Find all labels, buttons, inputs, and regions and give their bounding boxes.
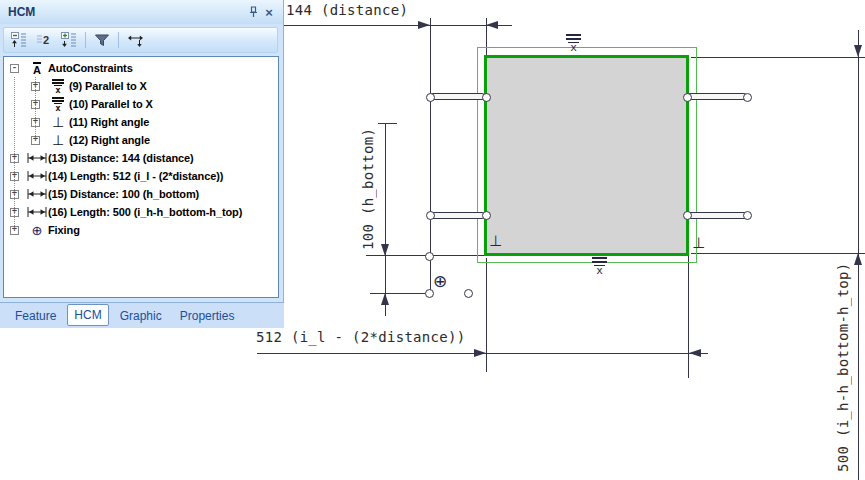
arrow-icon xyxy=(689,349,701,357)
panel-titlebar: HCM × xyxy=(0,0,283,24)
sketch-point[interactable] xyxy=(743,93,752,102)
toolbar-separator xyxy=(118,32,119,48)
extension-line-baseline xyxy=(370,293,425,294)
extension-line-square-left-bottom xyxy=(486,258,487,372)
sketch-point[interactable] xyxy=(482,93,491,102)
sketch-point[interactable] xyxy=(425,252,434,261)
toolbar-separator xyxy=(85,32,86,48)
tree-connector xyxy=(14,77,15,230)
arrow-icon xyxy=(854,45,862,57)
dimension-icon xyxy=(27,153,47,163)
fixing-anchor-marker[interactable]: ⊕ xyxy=(433,273,447,290)
close-icon[interactable]: × xyxy=(261,4,277,20)
tree-item-length-16[interactable]: + (16) Length: 500 (i_h-h_bottom-h_top) xyxy=(4,203,278,221)
dimension-text-bottom[interactable]: 512 (i_l - (2*distance)) xyxy=(256,329,466,345)
sketch-point[interactable] xyxy=(683,93,692,102)
tab-feature[interactable]: Feature xyxy=(8,306,63,326)
dimension-icon xyxy=(27,171,47,181)
application-window: x x ⊥ ⊥ ⊕ 144 (distance) 512 (i_l - (2*d… xyxy=(0,0,865,480)
dimension-text-top[interactable]: 144 (distance) xyxy=(286,2,408,18)
right-angle-marker[interactable]: ⊥ xyxy=(489,234,502,249)
tree-item-fixing[interactable]: + Fixing xyxy=(4,221,278,239)
arrow-icon xyxy=(418,21,430,29)
expand-all-button[interactable] xyxy=(58,30,80,50)
tab-graphic[interactable]: Graphic xyxy=(113,306,169,326)
sketch-point[interactable] xyxy=(426,93,435,102)
tree-item-right-angle-12[interactable]: + (12) Right angle xyxy=(4,131,278,149)
dimension-icon xyxy=(27,189,47,199)
tab-properties[interactable]: Properties xyxy=(173,306,242,326)
parallel-to-x-icon xyxy=(52,79,64,94)
tree-expand-toggle[interactable]: - xyxy=(10,64,19,73)
right-angle-icon xyxy=(52,131,64,149)
right-angle-marker[interactable]: ⊥ xyxy=(692,236,705,251)
sketch-point[interactable] xyxy=(482,211,491,220)
expand-to-level-2-button[interactable]: 2 xyxy=(33,30,55,50)
sketch-square[interactable] xyxy=(484,55,689,256)
tree-item-parallel-10[interactable]: + (10) Parallel to X xyxy=(4,95,278,113)
parallel-to-x-icon xyxy=(52,97,64,112)
connector-rod[interactable] xyxy=(430,212,485,219)
collapse-all-button[interactable] xyxy=(8,30,30,50)
tree-item-distance-13[interactable]: + (13) Distance: 144 (distance) xyxy=(4,149,278,167)
tree-connector xyxy=(35,77,36,140)
panel-tab-bar: Feature HCM Graphic Properties xyxy=(0,302,284,328)
dimension-text-left[interactable]: 100 (h_bottom) xyxy=(360,122,376,250)
pin-icon[interactable] xyxy=(245,4,261,20)
arrow-icon xyxy=(474,349,486,357)
extension-line-bottom-right xyxy=(691,253,865,254)
extension-line-top-right xyxy=(691,57,865,58)
tree-item-autoconstraints[interactable]: - AutoConstraints xyxy=(4,59,278,77)
parallel-to-x-marker[interactable]: x xyxy=(566,34,581,53)
sketch-point[interactable] xyxy=(683,211,692,220)
sketch-point[interactable] xyxy=(426,211,435,220)
dim-left-top-tick xyxy=(378,123,397,124)
constraint-tree: - AutoConstraints + (9) Parallel to X + … xyxy=(3,56,279,298)
connector-rod[interactable] xyxy=(687,212,747,219)
fixing-icon xyxy=(32,221,43,239)
sketch-point[interactable] xyxy=(743,211,752,220)
panel-title: HCM xyxy=(8,5,245,19)
parallel-to-x-marker[interactable]: x xyxy=(592,257,607,276)
arrow-icon xyxy=(381,293,389,305)
tree-item-distance-15[interactable]: + (15) Distance: 100 (h_bottom) xyxy=(4,185,278,203)
right-angle-icon xyxy=(52,113,64,131)
connector-rod[interactable] xyxy=(430,93,485,100)
autoconstraints-icon xyxy=(33,62,41,75)
dimension-text-right[interactable]: 500 (i_h-h_bottom-h_top) xyxy=(835,260,851,472)
panel-toolbar: 2 xyxy=(3,27,278,53)
tree-item-parallel-9[interactable]: + (9) Parallel to X xyxy=(4,77,278,95)
arrow-icon xyxy=(854,253,862,265)
hcm-panel: HCM × 2 xyxy=(0,0,284,328)
tree-item-length-14[interactable]: + (14) Length: 512 (i_l - (2*distance)) xyxy=(4,167,278,185)
dim-line-left xyxy=(385,123,386,316)
tree-item-right-angle-11[interactable]: + (11) Right angle xyxy=(4,113,278,131)
arrow-icon xyxy=(381,244,389,256)
dim-line-top xyxy=(283,25,512,26)
dimension-icon xyxy=(27,207,47,217)
sketch-point[interactable] xyxy=(464,289,473,298)
filter-button[interactable] xyxy=(91,30,113,50)
pan-arrows-button[interactable] xyxy=(124,30,146,50)
svg-text:2: 2 xyxy=(43,34,49,46)
arrow-icon xyxy=(486,21,498,29)
connector-rod[interactable] xyxy=(687,93,747,100)
extension-line-square-right-bottom xyxy=(688,256,689,378)
tab-hcm[interactable]: HCM xyxy=(67,304,108,326)
